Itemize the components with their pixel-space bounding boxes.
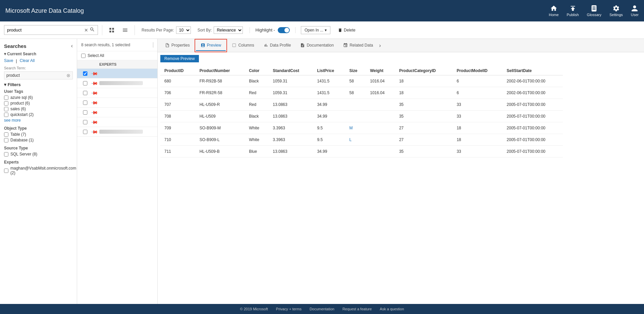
filter-database-checkbox[interactable] bbox=[4, 138, 8, 142]
ask-link[interactable]: Ask a question bbox=[380, 307, 404, 311]
filters-title: ▾ Filters bbox=[4, 82, 73, 87]
col-header-productnumber: ProductNumber bbox=[196, 66, 245, 75]
table-cell: 33 bbox=[452, 146, 502, 158]
table-cell: FR-R92B-58 bbox=[196, 75, 245, 87]
result-item-checkbox[interactable] bbox=[81, 110, 89, 115]
results-per-page-select[interactable]: 10 20 50 bbox=[176, 26, 191, 34]
top-navigation: Microsoft Azure Data Catalog Home Publis… bbox=[0, 0, 644, 21]
table-cell: 13.0863 bbox=[269, 111, 313, 122]
result-item[interactable]: 📌 bbox=[77, 88, 157, 98]
result-item[interactable]: 📌 bbox=[77, 127, 157, 137]
table-cell[interactable]: M bbox=[345, 122, 366, 134]
tab-documentation[interactable]: Documentation bbox=[296, 40, 338, 51]
publish-nav-item[interactable]: Publish bbox=[567, 5, 579, 17]
main-content: Searches ‹ ▾ Current Search Save | Clear… bbox=[0, 39, 644, 304]
table-cell: White bbox=[245, 122, 269, 134]
table-cell: 6 bbox=[452, 87, 502, 99]
tab-related-data-label: Related Data bbox=[350, 43, 373, 48]
result-item-checkbox[interactable] bbox=[81, 71, 89, 76]
preview-table: ProductID ProductNumber Color StandardCo… bbox=[160, 66, 563, 158]
object-type-subtitle: Object Type bbox=[4, 126, 73, 131]
list-view-button[interactable] bbox=[120, 25, 130, 35]
result-item[interactable]: 📌 bbox=[77, 108, 157, 117]
tab-properties[interactable]: Properties bbox=[160, 40, 195, 51]
table-cell: 1016.04 bbox=[366, 75, 395, 87]
documentation-link[interactable]: Documentation bbox=[310, 307, 334, 311]
table-cell: Black bbox=[245, 111, 269, 122]
filter-product-checkbox[interactable] bbox=[4, 101, 8, 106]
search-input[interactable]: product bbox=[7, 27, 83, 33]
table-cell: 35 bbox=[395, 111, 453, 122]
home-nav-label: Home bbox=[549, 13, 558, 17]
table-cell: 2005-07-01T00:00:00 bbox=[503, 122, 563, 134]
pin-icon: 📌 bbox=[89, 71, 99, 76]
user-nav-item[interactable]: User bbox=[631, 5, 639, 17]
filter-sql-server-checkbox[interactable] bbox=[4, 152, 8, 156]
tab-data-profile[interactable]: Data Profile bbox=[259, 40, 296, 51]
col-header-size: Size bbox=[345, 66, 366, 75]
copyright: © 2019 Microsoft bbox=[240, 307, 268, 311]
tab-preview-label: Preview bbox=[207, 43, 221, 48]
result-item-checkbox[interactable] bbox=[81, 101, 89, 105]
select-all-label: Select All bbox=[88, 53, 104, 58]
select-all-checkbox[interactable] bbox=[81, 54, 86, 58]
result-item-checkbox[interactable] bbox=[81, 130, 89, 134]
filter-expert-maghan: maghan@VsabMsit.onmicrosoft.com (2) bbox=[4, 166, 73, 175]
highlight-toggle[interactable] bbox=[278, 27, 290, 33]
settings-nav-item[interactable]: Settings bbox=[609, 5, 623, 17]
filter-sales-checkbox[interactable] bbox=[4, 107, 8, 111]
delete-button[interactable]: Delete bbox=[334, 26, 359, 34]
filter-quickstart-checkbox[interactable] bbox=[4, 113, 8, 117]
detail-tabs: Properties Preview Columns Data Profile … bbox=[158, 39, 644, 52]
highlight-label: Highlight - bbox=[255, 27, 275, 33]
tab-columns[interactable]: Columns bbox=[227, 40, 259, 51]
expand-panel-button[interactable]: › bbox=[379, 43, 381, 49]
result-item[interactable]: 📌 bbox=[77, 78, 157, 88]
search-term-remove-icon[interactable]: ⊗ bbox=[66, 73, 70, 78]
sidebar-collapse-button[interactable]: ‹ bbox=[71, 43, 73, 49]
filter-azure-sql-checkbox[interactable] bbox=[4, 96, 8, 100]
clear-search-link[interactable]: Clear All bbox=[20, 58, 35, 63]
table-cell: 34.99 bbox=[313, 99, 345, 111]
home-nav-item[interactable]: Home bbox=[549, 5, 558, 17]
tab-preview[interactable]: Preview bbox=[196, 40, 226, 51]
result-item[interactable]: 📌 bbox=[77, 117, 157, 127]
table-cell: 2005-07-01T00:00:00 bbox=[503, 111, 563, 122]
request-link[interactable]: Request a feature bbox=[342, 307, 372, 311]
table-cell: 711 bbox=[160, 146, 196, 158]
table-cell bbox=[366, 146, 395, 158]
table-cell: 706 bbox=[160, 87, 196, 99]
see-more-tags-link[interactable]: see more bbox=[4, 118, 73, 123]
sort-by-select[interactable]: Relevance Name Date bbox=[214, 26, 243, 34]
table-cell: 35 bbox=[395, 99, 453, 111]
result-item[interactable]: 📌 bbox=[77, 69, 157, 78]
filter-table-checkbox[interactable] bbox=[4, 132, 8, 137]
search-clear-icon[interactable]: ✕ bbox=[84, 27, 88, 33]
save-search-link[interactable]: Save bbox=[4, 58, 13, 63]
search-icon[interactable] bbox=[90, 27, 95, 33]
remove-preview-button[interactable]: Remove Preview bbox=[160, 55, 199, 62]
open-in-button[interactable]: Open In ... ▾ bbox=[301, 26, 330, 34]
table-cell: 1016.04 bbox=[366, 87, 395, 99]
result-item-name-blurred bbox=[99, 81, 143, 85]
filter-azure-sql: azure sql (6) bbox=[4, 95, 73, 100]
sidebar-title: Searches bbox=[4, 43, 26, 49]
table-cell: 58 bbox=[345, 87, 366, 99]
filter-expert-maghan-checkbox[interactable] bbox=[4, 169, 8, 173]
table-cell[interactable]: L bbox=[345, 134, 366, 146]
result-item[interactable]: 📌 bbox=[77, 98, 157, 108]
table-cell bbox=[366, 111, 395, 122]
table-cell: 707 bbox=[160, 99, 196, 111]
filter-product: product (6) bbox=[4, 101, 73, 106]
tab-documentation-label: Documentation bbox=[307, 43, 334, 48]
grid-view-button[interactable] bbox=[106, 25, 117, 35]
result-item-checkbox[interactable] bbox=[81, 91, 89, 95]
result-item-checkbox[interactable] bbox=[81, 81, 89, 85]
tab-related-data[interactable]: Related Data bbox=[338, 40, 378, 51]
result-item-checkbox[interactable] bbox=[81, 120, 89, 124]
table-cell: 1059.31 bbox=[269, 87, 313, 99]
privacy-link[interactable]: Privacy + terms bbox=[276, 307, 302, 311]
glossary-nav-item[interactable]: Glossary bbox=[587, 5, 601, 17]
pin-icon: 📌 bbox=[89, 110, 99, 115]
pin-icon: 📌 bbox=[89, 100, 99, 105]
